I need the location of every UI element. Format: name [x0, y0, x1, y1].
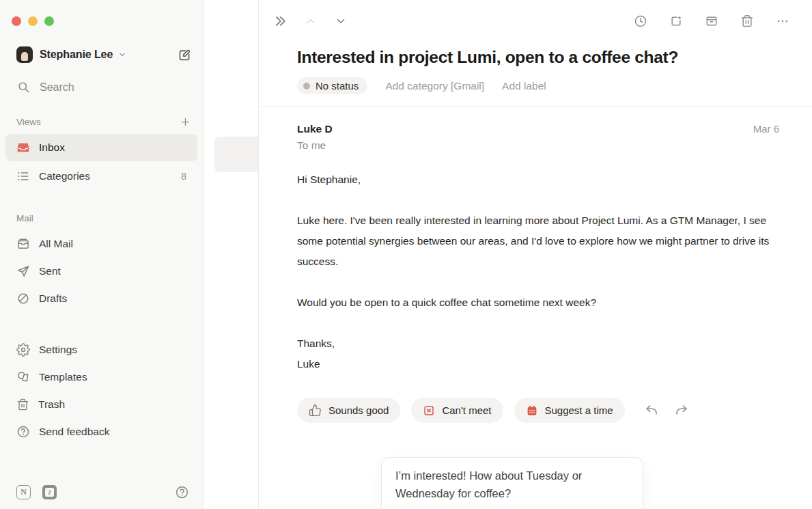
metadata-row: No status Add category [Gmail] Add label — [297, 77, 779, 94]
status-label: No status — [316, 80, 359, 92]
views-section-header: Views — [16, 117, 191, 127]
sidebar-item-drafts[interactable]: Drafts — [5, 285, 197, 312]
add-label-button[interactable]: Add label — [502, 80, 546, 92]
more-options-icon[interactable] — [771, 12, 794, 31]
thumbs-up-icon — [309, 404, 322, 417]
window-zoom-button[interactable] — [44, 16, 54, 26]
sidebar-item-send-feedback[interactable]: Send feedback — [5, 418, 197, 445]
account-name: Stephanie Lee — [40, 49, 113, 61]
message-body: Hi Stephanie, Luke here. I've been reall… — [297, 169, 775, 374]
window-minimize-button[interactable] — [28, 16, 38, 26]
snooze-clock-icon[interactable] — [629, 12, 652, 31]
sidebar-item-trash[interactable]: Trash — [5, 391, 197, 418]
body-paragraph: Thanks, — [297, 333, 775, 354]
search-icon — [17, 81, 30, 94]
sidebar-item-inbox[interactable]: Inbox — [5, 134, 197, 161]
sidebar-item-label: Trash — [38, 398, 65, 411]
email-list-peek-item[interactable] — [214, 137, 258, 172]
reply-icon[interactable] — [641, 400, 662, 421]
templates-shapes-icon — [16, 370, 30, 384]
quick-reply-label: Sounds good — [328, 404, 389, 416]
categories-list-icon — [16, 169, 30, 183]
search-button[interactable]: Search — [17, 81, 192, 94]
views-header-label: Views — [16, 117, 41, 127]
trash-icon[interactable] — [736, 12, 759, 31]
thread-toolbar — [259, 0, 812, 31]
message-date: Mar 6 — [753, 123, 779, 152]
mail-header-label: Mail — [16, 213, 33, 223]
quick-reply-label: Suggest a time — [545, 404, 613, 416]
sidebar-item-sent[interactable]: Sent — [5, 258, 197, 285]
previous-email-icon[interactable] — [300, 12, 322, 30]
next-email-icon[interactable] — [330, 12, 352, 30]
quick-reply-cant-meet-button[interactable]: Can't meet — [411, 398, 503, 423]
sidebar-item-label: Inbox — [39, 141, 65, 154]
x-square-icon — [423, 404, 435, 417]
message-header: Luke D To me Mar 6 — [297, 123, 779, 152]
question-circle-icon — [16, 425, 30, 439]
quick-reply-row: Sounds good Can't meet Suggest a time — [297, 398, 779, 423]
notion-calendar-icon[interactable]: 7 — [42, 485, 57, 499]
categories-count-badge: 8 — [181, 171, 186, 182]
help-button[interactable] — [175, 485, 189, 499]
notion-app-icon[interactable]: N — [16, 485, 31, 499]
mail-section-header: Mail — [16, 213, 191, 223]
search-label: Search — [40, 81, 74, 94]
expand-panel-icon[interactable] — [268, 12, 292, 31]
quick-reply-label: Can't meet — [442, 404, 491, 416]
avatar — [16, 46, 33, 63]
compose-button[interactable] — [178, 48, 192, 62]
window-controls — [0, 0, 203, 26]
sidebar-item-templates[interactable]: Templates — [5, 363, 197, 391]
sidebar-item-label: Send feedback — [39, 426, 109, 438]
account-switcher[interactable]: Stephanie Lee — [16, 46, 192, 63]
calendar-icon — [526, 404, 538, 417]
add-view-button[interactable] — [180, 117, 191, 127]
quick-reply-suggest-time-button[interactable]: Suggest a time — [514, 398, 625, 423]
sidebar-item-all-mail[interactable]: All Mail — [5, 230, 197, 258]
sidebar-item-label: Sent — [39, 265, 61, 277]
sidebar-item-label: Templates — [39, 371, 87, 383]
chevron-down-icon — [118, 51, 126, 59]
mark-unread-icon[interactable] — [664, 12, 688, 31]
status-chip[interactable]: No status — [297, 77, 367, 94]
sidebar-item-label: All Mail — [39, 238, 73, 250]
window-close-button[interactable] — [12, 16, 21, 26]
reading-pane: Interested in project Lumi, open to a co… — [259, 0, 812, 509]
sidebar-item-label: Settings — [39, 344, 77, 356]
gear-icon — [16, 343, 30, 357]
inbox-icon — [16, 141, 30, 154]
send-icon — [16, 264, 30, 278]
sidebar-item-label: Drafts — [39, 292, 67, 305]
all-mail-icon — [16, 237, 30, 251]
sidebar: Stephanie Lee Search Views Inbox Categor… — [0, 0, 204, 509]
body-paragraph: Hi Stephanie, — [297, 169, 775, 190]
drafts-icon — [16, 292, 30, 305]
trash-icon — [16, 398, 29, 411]
sidebar-item-settings[interactable]: Settings — [5, 336, 197, 363]
body-paragraph: Would you be open to a quick coffee chat… — [297, 292, 775, 313]
body-paragraph: Luke — [297, 354, 775, 374]
suggested-reply-popup[interactable]: I’m interested! How about Tuesday or Wed… — [381, 457, 643, 509]
forward-icon[interactable] — [671, 400, 692, 421]
quick-reply-sounds-good-button[interactable]: Sounds good — [297, 398, 400, 423]
header-divider — [259, 106, 812, 107]
archive-icon[interactable] — [700, 12, 723, 31]
sidebar-bottom-bar: N 7 — [0, 485, 203, 509]
email-list-strip — [204, 0, 259, 509]
email-subject: Interested in project Lumi, open to a co… — [297, 48, 779, 67]
recipient-line[interactable]: To me — [297, 139, 333, 152]
add-category-button[interactable]: Add category [Gmail] — [385, 80, 484, 92]
sender-name: Luke D — [297, 123, 333, 135]
sidebar-item-label: Categories — [39, 170, 90, 182]
body-paragraph: Luke here. I've been really interested i… — [297, 210, 775, 272]
status-dot-icon — [303, 83, 310, 90]
sidebar-item-categories[interactable]: Categories 8 — [5, 163, 197, 190]
